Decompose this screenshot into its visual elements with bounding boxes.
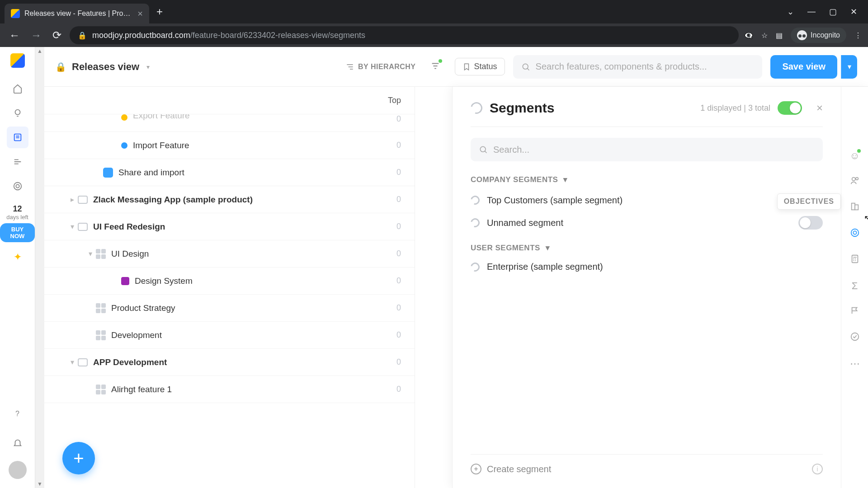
releases-icon[interactable] — [850, 305, 860, 318]
user-avatar[interactable] — [9, 461, 27, 479]
search-placeholder: Search features, components & products..… — [536, 61, 707, 72]
left-nav-rail: 12 days left BUY NOW ✦ ? — [0, 47, 35, 488]
nav-roadmap[interactable] — [7, 151, 28, 173]
hierarchy-toggle[interactable]: BY HIERARCHY — [345, 62, 416, 71]
users-icon[interactable] — [850, 175, 860, 188]
group-header-user[interactable]: USER SEGMENTS ▾ — [471, 243, 823, 253]
panel-footer: + Create segment i — [471, 454, 823, 474]
close-panel-icon[interactable]: × — [816, 102, 823, 114]
feedback-icon[interactable]: ☺ — [849, 150, 859, 162]
sigma-icon[interactable]: Σ — [852, 280, 858, 292]
status-column-button[interactable]: Status — [455, 58, 505, 75]
feature-value: 0 — [396, 385, 401, 394]
segment-row-enterprise[interactable]: Enterprise (sample segment) — [471, 262, 823, 272]
filter-button[interactable] — [430, 61, 440, 73]
feature-value: 0 — [396, 195, 401, 204]
browser-tab[interactable]: Releases view - Features | Produc × — [5, 4, 149, 23]
segment-toggle[interactable] — [798, 216, 823, 230]
nav-insights[interactable] — [7, 102, 28, 124]
svg-point-7 — [855, 178, 858, 180]
feature-row-export[interactable]: Export Feature 0 — [44, 114, 415, 132]
component-row-product-strategy[interactable]: ▾ Product Strategy 0 — [44, 295, 415, 322]
collapse-icon[interactable]: ▾ — [67, 358, 78, 366]
svg-point-2 — [16, 184, 19, 188]
feature-value: 0 — [396, 168, 401, 177]
save-view-dropdown[interactable]: ▾ — [841, 55, 857, 79]
expand-icon[interactable]: ▸ — [67, 195, 78, 204]
calculator-icon[interactable] — [850, 254, 860, 267]
url-input[interactable]: 🔒 moodjoy.productboard.com/feature-board… — [70, 26, 739, 44]
group-header-company[interactable]: COMPANY SEGMENTS ▾ — [471, 175, 823, 184]
vertical-scrollbar[interactable]: ▲ ▼ — [35, 47, 44, 488]
feature-value: 0 — [396, 357, 401, 367]
add-feature-fab[interactable]: + — [62, 442, 95, 474]
panel-icon[interactable]: ▤ — [776, 31, 783, 40]
url-text: moodjoy.productboard.com/feature-board/6… — [92, 31, 365, 40]
collapse-icon[interactable]: ▾ — [85, 249, 96, 258]
segment-row-unnamed[interactable]: Unnamed segment — [471, 216, 823, 230]
segment-search-input[interactable]: Search... — [471, 138, 823, 161]
segments-master-toggle[interactable] — [778, 101, 802, 115]
info-icon[interactable]: i — [812, 464, 823, 474]
hierarchy-icon — [345, 62, 354, 71]
incognito-badge[interactable]: Incognito — [791, 28, 846, 43]
feature-search-input[interactable]: Search features, components & products..… — [513, 55, 763, 79]
svg-point-10 — [851, 229, 859, 237]
component-row-ui-design[interactable]: ▾ UI Design 0 — [44, 240, 415, 267]
save-view-button[interactable]: Save view — [770, 55, 837, 79]
bookmark-star-icon[interactable]: ☆ — [761, 31, 768, 40]
close-window-icon[interactable]: ✕ — [850, 7, 857, 17]
svg-point-11 — [853, 231, 856, 234]
scroll-down-icon[interactable]: ▼ — [37, 481, 42, 487]
kebab-menu-icon[interactable]: ⋮ — [854, 31, 862, 40]
nav-portal[interactable] — [7, 175, 28, 197]
component-icon — [103, 168, 113, 178]
tabs-dropdown-icon[interactable]: ⌄ — [787, 7, 794, 17]
help-icon[interactable]: ? — [7, 403, 28, 425]
chevron-down-icon[interactable]: ▾ — [146, 63, 150, 70]
minimize-icon[interactable]: — — [807, 7, 816, 17]
segment-icon — [469, 261, 481, 273]
view-title[interactable]: 🔒 Releases view ▾ — [55, 61, 150, 73]
app-logo-icon[interactable] — [10, 53, 25, 68]
group-label: COMPANY SEGMENTS — [471, 175, 558, 184]
buy-now-button[interactable]: BUY NOW — [0, 223, 35, 242]
back-button[interactable]: ← — [6, 26, 23, 44]
lock-icon: 🔒 — [78, 31, 87, 40]
feature-value: 0 — [396, 249, 401, 258]
product-label: Zlack Messaging App (sample product) — [93, 195, 396, 205]
notifications-icon[interactable] — [7, 432, 28, 454]
tasks-icon[interactable] — [850, 332, 860, 344]
search-icon — [521, 62, 530, 71]
company-icon[interactable] — [850, 202, 860, 214]
segment-label: Unnamed segment — [487, 218, 791, 228]
product-row-zlack[interactable]: ▸ Zlack Messaging App (sample product) 0 — [44, 186, 415, 213]
component-icon — [96, 249, 106, 259]
objectives-icon[interactable] — [850, 228, 860, 240]
reload-button[interactable]: ⟳ — [50, 26, 64, 44]
maximize-icon[interactable]: ▢ — [829, 7, 837, 17]
collapse-icon[interactable]: ▾ — [67, 222, 78, 231]
right-config-rail: ☺ OBJECTIVES Σ — [841, 87, 868, 488]
feature-label: Share and import — [118, 168, 396, 178]
eye-off-icon[interactable]: 👁️‍🗨️ — [744, 31, 753, 40]
feature-row-design-system[interactable]: Design System 0 — [44, 267, 415, 295]
tab-close-icon[interactable]: × — [137, 9, 143, 19]
create-segment-button[interactable]: Create segment — [487, 464, 551, 474]
search-placeholder: Search... — [493, 145, 529, 155]
segment-row-top-customers[interactable]: Top Customers (sample segment) — [471, 193, 823, 207]
sparkle-icon[interactable]: ✦ — [14, 251, 22, 263]
forward-button[interactable]: → — [28, 26, 44, 44]
more-icon[interactable]: ⋯ — [850, 358, 860, 370]
nav-features[interactable] — [7, 127, 28, 148]
feature-row-import[interactable]: Import Feature 0 — [44, 132, 415, 159]
product-row-app-dev[interactable]: ▾ APP Development 0 — [44, 349, 415, 376]
feature-row-share-import[interactable]: Share and import 0 — [44, 159, 415, 186]
nav-home[interactable] — [7, 78, 28, 99]
new-tab-button[interactable]: + — [156, 5, 163, 18]
scroll-up-icon[interactable]: ▲ — [37, 48, 42, 54]
svg-point-3 — [14, 183, 21, 190]
component-row-alirhgt[interactable]: ▾ Alirhgt feature 1 0 — [44, 376, 415, 403]
product-row-ui-feed[interactable]: ▾ UI Feed Redesign 0 — [44, 213, 415, 240]
component-row-development[interactable]: ▾ Development 0 — [44, 322, 415, 349]
